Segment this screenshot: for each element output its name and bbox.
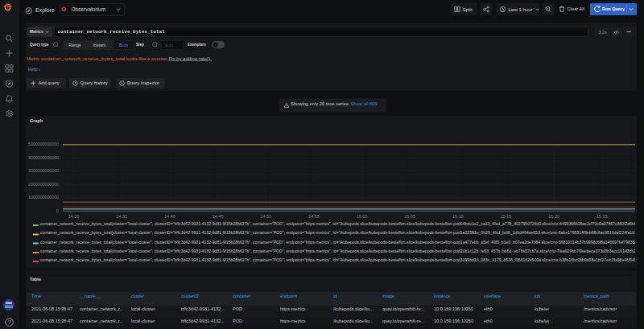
svg-text:?: ? [8, 319, 11, 325]
